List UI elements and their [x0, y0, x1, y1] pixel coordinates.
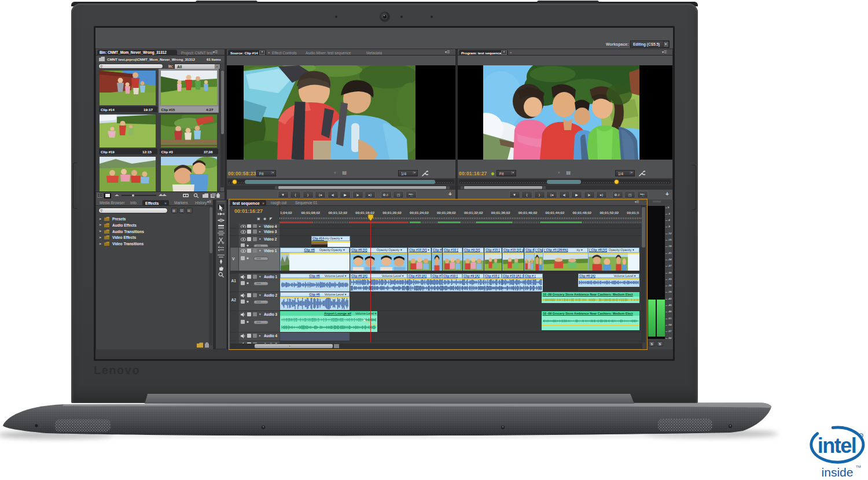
svg-text:TM: TM [856, 465, 861, 468]
svg-text:intel: intel [818, 434, 856, 457]
svg-text:inside: inside [822, 466, 854, 479]
svg-text:R: R [860, 434, 862, 438]
